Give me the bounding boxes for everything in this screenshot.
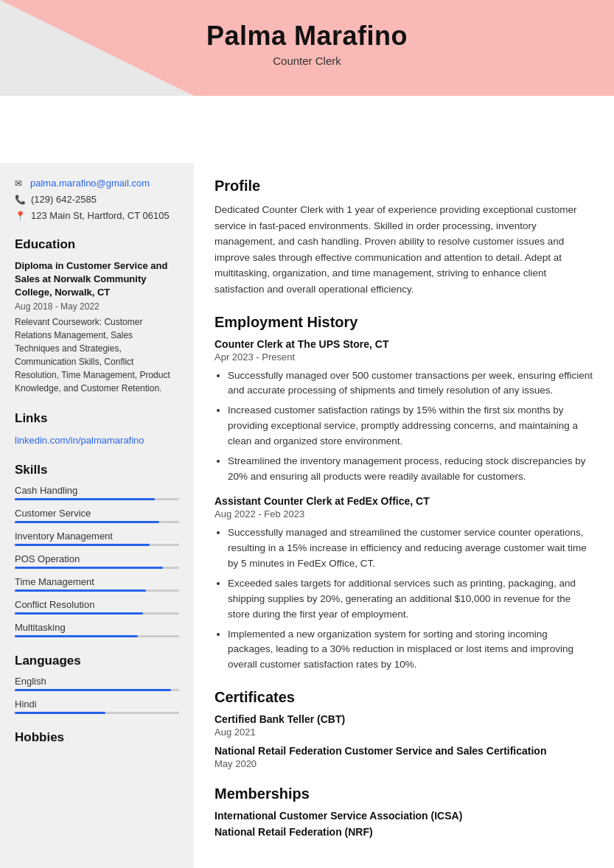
cert-date: Aug 2021 bbox=[214, 727, 593, 738]
profile-text: Dedicated Counter Clerk with 1 year of e… bbox=[214, 202, 593, 298]
location-icon: 📍 bbox=[15, 211, 26, 221]
contact-phone-item: 📞 (129) 642-2585 bbox=[15, 194, 179, 205]
cert-title: National Retail Federation Customer Serv… bbox=[214, 745, 593, 757]
languages-section: Languages English Hindi bbox=[15, 654, 179, 714]
languages-list: English Hindi bbox=[15, 676, 179, 714]
language-label: Hindi bbox=[15, 699, 179, 710]
contact-email-item: ✉ palma.marafino@gmail.com bbox=[15, 178, 179, 189]
certificates-section: Certificates Certified Bank Teller (CBT)… bbox=[214, 689, 593, 769]
skill-label: Conflict Resolution bbox=[15, 599, 179, 610]
skills-section: Skills Cash Handling Customer Service In… bbox=[15, 463, 179, 637]
skill-bar-fill bbox=[15, 612, 143, 615]
job-dates: Apr 2023 - Present bbox=[214, 351, 593, 363]
skill-label: POS Operation bbox=[15, 553, 179, 564]
language-item: English bbox=[15, 676, 179, 691]
contact-address: 123 Main St, Hartford, CT 06105 bbox=[31, 210, 170, 221]
job-dates: Aug 2022 - Feb 2023 bbox=[214, 508, 593, 519]
sidebar: ✉ palma.marafino@gmail.com 📞 (129) 642-2… bbox=[0, 163, 194, 868]
skills-list: Cash Handling Customer Service Inventory… bbox=[15, 485, 179, 637]
skill-bar-fill bbox=[15, 567, 163, 569]
job-entry: Counter Clerk at The UPS Store, CT Apr 2… bbox=[214, 338, 593, 485]
candidate-name: Palma Marafino bbox=[0, 21, 614, 52]
memberships-list: International Customer Service Associati… bbox=[214, 810, 593, 838]
job-bullets-list: Successfully managed over 500 customer t… bbox=[214, 368, 593, 485]
job-bullet: Successfully managed over 500 customer t… bbox=[228, 368, 593, 399]
certificates-section-title: Certificates bbox=[214, 689, 593, 706]
email-link[interactable]: palma.marafino@gmail.com bbox=[30, 178, 150, 189]
skill-bar-fill bbox=[15, 544, 150, 546]
skill-item: Customer Service bbox=[15, 508, 179, 523]
membership-item: National Retail Federation (NRF) bbox=[214, 826, 593, 838]
links-section: Links linkedin.com/in/palmamarafino bbox=[15, 411, 179, 447]
job-bullet: Increased customer satisfaction ratings … bbox=[228, 403, 593, 449]
certs-list: Certified Bank Teller (CBT) Aug 2021 Nat… bbox=[214, 713, 593, 769]
skill-item: Multitasking bbox=[15, 622, 179, 637]
skill-bar-fill bbox=[15, 498, 155, 500]
edu-coursework: Relevant Coursework: Customer Relations … bbox=[15, 315, 179, 395]
candidate-title: Counter Clerk bbox=[0, 55, 614, 67]
skill-label: Time Management bbox=[15, 576, 179, 587]
skill-bar-background bbox=[15, 567, 179, 569]
memberships-section: Memberships International Customer Servi… bbox=[214, 785, 593, 838]
job-bullets-list: Successfully managed and streamlined the… bbox=[214, 525, 593, 673]
language-item: Hindi bbox=[15, 699, 179, 714]
membership-item: International Customer Service Associati… bbox=[214, 810, 593, 822]
skill-bar-fill bbox=[15, 521, 159, 523]
edu-degree: Diploma in Customer Service and Sales at… bbox=[15, 259, 179, 300]
languages-title: Languages bbox=[15, 654, 179, 668]
linkedin-link[interactable]: linkedin.com/in/palmamarafino bbox=[15, 435, 144, 446]
language-bar-fill bbox=[15, 712, 105, 714]
language-bar-background bbox=[15, 689, 179, 691]
job-bullet: Implemented a new organization system fo… bbox=[228, 627, 593, 673]
contact-section: ✉ palma.marafino@gmail.com 📞 (129) 642-2… bbox=[15, 178, 179, 221]
links-title: Links bbox=[15, 411, 179, 426]
employment-section: Employment History Counter Clerk at The … bbox=[214, 314, 593, 673]
main-content: Profile Dedicated Counter Clerk with 1 y… bbox=[194, 163, 614, 868]
skill-item: Cash Handling bbox=[15, 485, 179, 500]
skill-item: Inventory Management bbox=[15, 531, 179, 546]
skill-label: Cash Handling bbox=[15, 485, 179, 496]
skill-bar-background bbox=[15, 544, 179, 546]
header-content: Palma Marafino Counter Clerk bbox=[0, 0, 614, 67]
language-bar-fill bbox=[15, 689, 171, 691]
skill-bar-background bbox=[15, 589, 179, 592]
skill-label: Inventory Management bbox=[15, 531, 179, 542]
cert-entry: Certified Bank Teller (CBT) Aug 2021 bbox=[214, 713, 593, 738]
skill-bar-background bbox=[15, 521, 179, 523]
profile-section-title: Profile bbox=[214, 178, 593, 195]
education-title: Education bbox=[15, 237, 179, 252]
skill-bar-background bbox=[15, 635, 179, 637]
skill-item: Time Management bbox=[15, 576, 179, 592]
skill-label: Customer Service bbox=[15, 508, 179, 519]
skill-bar-fill bbox=[15, 635, 138, 637]
skill-bar-background bbox=[15, 498, 179, 500]
hobbies-section: Hobbies bbox=[15, 730, 179, 745]
language-label: English bbox=[15, 676, 179, 687]
job-entry: Assistant Counter Clerk at FedEx Office,… bbox=[214, 495, 593, 673]
skill-bar-fill bbox=[15, 589, 146, 592]
skill-item: POS Operation bbox=[15, 553, 179, 569]
job-title: Assistant Counter Clerk at FedEx Office,… bbox=[214, 495, 593, 507]
employment-section-title: Employment History bbox=[214, 314, 593, 331]
profile-section: Profile Dedicated Counter Clerk with 1 y… bbox=[214, 178, 593, 298]
contact-phone: (129) 642-2585 bbox=[31, 194, 97, 205]
jobs-list: Counter Clerk at The UPS Store, CT Apr 2… bbox=[214, 338, 593, 673]
skill-bar-background bbox=[15, 612, 179, 615]
job-bullet: Successfully managed and streamlined the… bbox=[228, 525, 593, 572]
email-icon: ✉ bbox=[15, 178, 25, 189]
skill-item: Conflict Resolution bbox=[15, 599, 179, 615]
skills-title: Skills bbox=[15, 463, 179, 477]
language-bar-background bbox=[15, 712, 179, 714]
cert-title: Certified Bank Teller (CBT) bbox=[214, 713, 593, 725]
cert-entry: National Retail Federation Customer Serv… bbox=[214, 745, 593, 769]
phone-icon: 📞 bbox=[15, 195, 26, 205]
education-section: Education Diploma in Customer Service an… bbox=[15, 237, 179, 395]
job-title: Counter Clerk at The UPS Store, CT bbox=[214, 338, 593, 350]
skill-label: Multitasking bbox=[15, 622, 179, 633]
edu-dates: Aug 2018 - May 2022 bbox=[15, 301, 179, 312]
cert-date: May 2020 bbox=[214, 758, 593, 769]
contact-address-item: 📍 123 Main St, Hartford, CT 06105 bbox=[15, 210, 179, 221]
hobbies-title: Hobbies bbox=[15, 730, 179, 745]
job-bullet: Streamlined the inventory management pro… bbox=[228, 454, 593, 485]
memberships-section-title: Memberships bbox=[214, 785, 593, 802]
